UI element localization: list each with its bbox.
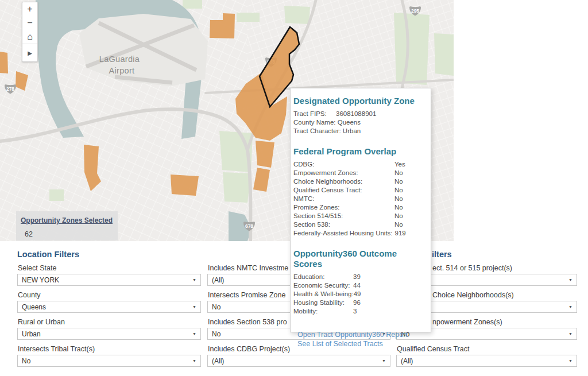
- zoom-in-button[interactable]: +: [22, 2, 37, 16]
- chevron-down-icon: ▼: [568, 305, 572, 309]
- chevron-down-icon: ▼: [192, 278, 196, 282]
- row-value: No: [394, 195, 403, 203]
- filter-label-tribal-tract: Intersects Tribal Tract(s): [18, 345, 95, 353]
- filter-label-choice-neighborhoods: Choice Neighborhoods(s): [432, 291, 514, 299]
- row-value: Yes: [394, 160, 405, 169]
- see-selected-tracts-link[interactable]: See List of Selected Tracts: [297, 339, 426, 348]
- filter-label-section-538: Includes Section 538 pro: [208, 318, 287, 326]
- row-label: Health & Well-being:: [293, 290, 354, 299]
- opportunity-zone-dashboard: 678 278 295 678 L: [0, 0, 588, 376]
- row-value: 3: [353, 307, 357, 316]
- federal-overlap-section: CDBG:Yes Empowerment Zones:No Choice Nei…: [293, 160, 426, 238]
- federal-overlap-title: Federal Program Overlap: [293, 146, 426, 157]
- filter-label-county: County: [18, 291, 41, 299]
- row-value: 44: [353, 281, 361, 290]
- chevron-down-icon: ▼: [568, 359, 572, 363]
- row-label: Empowerment Zones:: [293, 169, 394, 177]
- outcome-scores-title: Opportunity360 Outcome Scores: [293, 249, 426, 269]
- dropdown-value: (All): [208, 357, 224, 365]
- rural-urban-dropdown[interactable]: Urban ▼: [17, 328, 201, 340]
- row-value: 39: [353, 273, 361, 281]
- row-label: Qualified Census Tract:: [293, 186, 394, 195]
- row-value: 49: [354, 290, 361, 299]
- chevron-down-icon: ▼: [192, 332, 196, 336]
- tract-info-section: Tract FIPS: 36081088901 County Name: Que…: [293, 110, 426, 135]
- row-value: No: [394, 203, 403, 212]
- filter-label-promise-zone: Intersects Promise Zone: [208, 291, 285, 299]
- chevron-down-icon: ▼: [568, 332, 572, 336]
- select-state-dropdown[interactable]: NEW YORK ▼: [17, 274, 201, 286]
- filter-label-rural-urban: Rural or Urban: [18, 318, 65, 326]
- row-value: No: [394, 169, 403, 177]
- zoom-out-button[interactable]: −: [22, 16, 37, 30]
- row-label: CDBG:: [293, 160, 394, 169]
- cdbg-project-dropdown[interactable]: (All) ▼: [207, 355, 390, 367]
- tooltip-title: Designated Opportunity Zone: [293, 96, 426, 106]
- row-value: No: [394, 212, 403, 220]
- tooltip-links: Open Tract Opportunity360 Report See Lis…: [297, 330, 426, 348]
- opportunity-zones-selected-link[interactable]: Opportunity Zones Selected: [21, 216, 113, 224]
- dropdown-value: (All): [208, 276, 224, 284]
- county-name: County Name: Queens: [293, 118, 426, 127]
- row-label: Mobility:: [293, 307, 353, 316]
- row-label: Economic Security:: [293, 281, 353, 290]
- selected-zones-panel: Opportunity Zones Selected 62: [16, 211, 118, 241]
- program-filters-header-fragment: ilters: [432, 250, 452, 259]
- svg-text:Airport: Airport: [109, 66, 135, 75]
- dropdown-value: No: [208, 330, 220, 338]
- dropdown-value: (All): [397, 357, 413, 365]
- open-tract-report-link[interactable]: Open Tract Opportunity360 Report: [297, 330, 426, 339]
- chevron-down-icon: ▼: [192, 305, 196, 309]
- row-value: No: [394, 177, 403, 186]
- dropdown-value: Urban: [18, 330, 41, 338]
- home-button[interactable]: ⌂: [22, 30, 37, 44]
- tract-fips-label: Tract FIPS:: [293, 110, 336, 118]
- qualified-census-tract-dropdown[interactable]: (All) ▼: [396, 355, 577, 367]
- row-value: No: [394, 186, 403, 195]
- tract-tooltip: Designated Opportunity Zone Tract FIPS: …: [290, 88, 431, 332]
- opportunity-zone[interactable]: [171, 175, 199, 196]
- row-label: Promise Zones:: [293, 203, 394, 212]
- tract-character: Tract Character: Urban: [293, 127, 426, 135]
- chevron-down-icon: ▼: [192, 359, 196, 363]
- svg-text:295: 295: [411, 8, 419, 14]
- chevron-down-icon: ▼: [568, 278, 572, 282]
- dropdown-value: Queens: [18, 303, 46, 311]
- filter-label-sect-514-515: ect. 514 or 515 project(s): [432, 264, 512, 272]
- dropdown-value: No: [208, 303, 220, 311]
- location-filters-header: Location Filters: [17, 250, 79, 259]
- row-value: 919: [395, 229, 406, 238]
- row-label: Housing Stability:: [293, 299, 353, 307]
- filter-label-cdbg: Includes CDBG Project(s): [208, 345, 290, 353]
- county-dropdown[interactable]: Queens ▼: [17, 301, 201, 313]
- row-value: No: [394, 220, 403, 229]
- row-label: Choice Neighborhoods:: [293, 177, 394, 186]
- filter-label-empowerment-zones: npowerment Zones(s): [432, 318, 502, 326]
- dropdown-value: No: [18, 357, 30, 365]
- tract-fips-value: 36081088901: [336, 110, 376, 118]
- row-label: Federally-Assisted Housing Units:: [293, 229, 393, 238]
- dropdown-value: NEW YORK: [18, 276, 59, 284]
- map-toolbar: + − ⌂ ▶: [22, 2, 38, 62]
- filter-label-select-state: Select State: [18, 264, 56, 272]
- filter-label-nmtc: Includes NMTC Investme: [208, 264, 288, 272]
- row-value: 96: [353, 299, 361, 307]
- svg-text:678: 678: [245, 223, 253, 229]
- row-label: Education:: [293, 273, 353, 281]
- opportunity-zone[interactable]: [0, 52, 8, 73]
- row-label: Section 514/515:: [293, 212, 394, 220]
- selected-zones-count: 62: [25, 230, 118, 238]
- svg-text:278: 278: [6, 86, 14, 92]
- svg-text:LaGuardia: LaGuardia: [99, 55, 140, 64]
- expand-tools-button[interactable]: ▶: [22, 44, 37, 61]
- chevron-down-icon: ▼: [382, 359, 386, 363]
- tribal-tract-dropdown[interactable]: No ▼: [17, 355, 201, 367]
- row-label: Section 538:: [293, 220, 394, 229]
- row-label: NMTC:: [293, 195, 394, 203]
- outcome-scores-section: Education:39 Economic Security:44 Health…: [293, 273, 426, 316]
